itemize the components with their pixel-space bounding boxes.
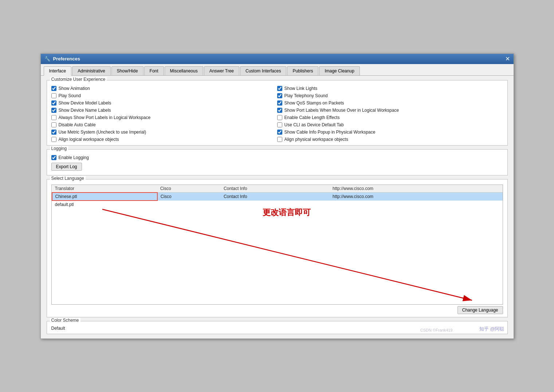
cb-show-link-lights-label: Show Link Lights: [284, 86, 318, 91]
cb-enable-logging-input[interactable]: [51, 155, 56, 160]
title-bar-left: 🔧 Preferences: [44, 56, 80, 62]
tab-answertree[interactable]: Answer Tree: [204, 66, 239, 75]
cb-show-cable-info-input[interactable]: [277, 130, 282, 135]
customize-section: Customize User Experience Show Animation…: [47, 80, 508, 146]
title-bar-title: Preferences: [53, 56, 80, 62]
language-table-wrapper[interactable]: Translator Cisco Contact Info http://www…: [51, 185, 503, 305]
cb-align-logical: Align logical workspace objects: [51, 136, 277, 142]
cb-show-link-lights: Show Link Lights: [277, 86, 503, 91]
language-row-default[interactable]: default.ptl: [52, 201, 503, 208]
cb-enable-logging: Enable Logging: [51, 155, 503, 161]
cb-show-device-name: Show Device Name Labels: [51, 107, 277, 113]
color-scheme-section: Color Scheme Default 知乎 @阿聪 CSDN ©Frank4…: [47, 321, 508, 334]
cb-use-metric: Use Metric System (Uncheck to use Imperi…: [51, 129, 277, 135]
cb-show-link-lights-input[interactable]: [277, 86, 282, 91]
cb-use-cli: Use CLI as Device Default Tab: [277, 122, 503, 128]
cell-chinese-url: http://www.cisco.com: [330, 193, 502, 201]
change-language-button[interactable]: Change Language: [457, 306, 503, 314]
cb-align-logical-label: Align logical workspace objects: [59, 137, 119, 142]
preferences-window: 🔧 Preferences ✕ Interface Administrative…: [40, 54, 514, 339]
cb-show-device-model-input[interactable]: [51, 100, 56, 106]
col-url: http://www.cisco.com: [330, 185, 502, 193]
cell-chinese-translator: Chinese.ptl: [52, 193, 157, 201]
tab-interface[interactable]: Interface: [44, 66, 72, 76]
col-contact: Contact Info: [221, 185, 330, 193]
language-section: Select Language Translator Cisco Contact…: [47, 179, 508, 317]
cb-show-device-name-input[interactable]: [51, 108, 56, 113]
tab-custominterfaces[interactable]: Custom Interfaces: [240, 66, 286, 75]
cb-use-metric-input[interactable]: [51, 130, 56, 135]
cell-chinese-cisco: Cisco: [157, 193, 221, 201]
cell-default-contact: [221, 201, 330, 208]
title-bar: 🔧 Preferences ✕: [41, 54, 514, 64]
cb-enable-cable-length-input[interactable]: [277, 115, 282, 120]
cell-default-url: [330, 201, 502, 208]
cb-show-animation: Show Animation: [51, 86, 277, 91]
cb-show-qos-label: Show QoS Stamps on Packets: [284, 100, 344, 106]
main-content: Customize User Experience Show Animation…: [41, 76, 514, 338]
tab-miscellaneous[interactable]: Miscellaneous: [165, 66, 203, 75]
cb-show-device-model-label: Show Device Model Labels: [59, 100, 111, 106]
cb-play-telephony-label: Play Telephony Sound: [284, 93, 328, 98]
cb-enable-cable-length-label: Enable Cable Length Effects: [284, 115, 340, 120]
cb-disable-auto-cable-label: Disable Auto Cable: [59, 122, 96, 127]
tab-imagecleanup[interactable]: Image Cleanup: [319, 66, 359, 75]
cb-always-show-port: Always Show Port Labels in Logical Works…: [51, 115, 277, 120]
cb-show-cable-info-label: Show Cable Info Popup in Physical Worksp…: [284, 130, 376, 135]
color-scheme-value: Default: [51, 326, 503, 331]
cb-align-physical: Align physical workspace objects: [277, 136, 503, 142]
customize-left-col: Show Animation Play Sound Show Device Mo…: [51, 86, 277, 142]
cell-chinese-contact: Contact Info: [221, 193, 330, 201]
change-language-row: Change Language: [51, 306, 503, 314]
customize-section-title: Customize User Experience: [50, 77, 107, 82]
language-row-chinese[interactable]: Chinese.ptl Cisco Contact Info http://ww…: [52, 193, 503, 201]
cb-always-show-port-input[interactable]: [51, 115, 56, 120]
customize-right-col: Show Link Lights Play Telephony Sound Sh…: [277, 86, 503, 142]
cb-play-telephony: Play Telephony Sound: [277, 93, 503, 99]
tab-showhide[interactable]: Show/Hide: [111, 66, 144, 75]
cb-show-port-labels-mouse-input[interactable]: [277, 108, 282, 113]
export-log-button[interactable]: Export Log: [51, 163, 82, 171]
cb-play-sound-input[interactable]: [51, 93, 56, 98]
cell-default-translator: default.ptl: [52, 201, 157, 208]
cb-align-physical-label: Align physical workspace objects: [284, 137, 348, 142]
cb-play-telephony-input[interactable]: [277, 93, 282, 98]
cb-show-qos-input[interactable]: [277, 100, 282, 106]
cb-enable-logging-label: Enable Logging: [59, 155, 89, 160]
color-scheme-title: Color Scheme: [50, 318, 80, 323]
tab-font[interactable]: Font: [144, 66, 164, 75]
app-icon: 🔧: [44, 56, 50, 62]
cb-show-qos: Show QoS Stamps on Packets: [277, 100, 503, 106]
language-section-title: Select Language: [50, 176, 86, 181]
cell-default-cisco: [157, 201, 221, 208]
cb-play-sound: Play Sound: [51, 93, 277, 99]
cb-disable-auto-cable-input[interactable]: [51, 122, 56, 127]
logging-section-title: Logging: [50, 146, 68, 151]
cb-show-port-labels-mouse: Show Port Labels When Mouse Over in Logi…: [277, 107, 503, 113]
close-button[interactable]: ✕: [505, 56, 510, 62]
cb-enable-cable-length: Enable Cable Length Effects: [277, 115, 503, 120]
tab-administrative[interactable]: Administrative: [72, 66, 110, 75]
col-cisco: Cisco: [157, 185, 221, 193]
cb-align-physical-input[interactable]: [277, 137, 282, 142]
cb-play-sound-label: Play Sound: [59, 93, 81, 98]
cb-use-metric-label: Use Metric System (Uncheck to use Imperi…: [59, 130, 146, 135]
cb-disable-auto-cable: Disable Auto Cable: [51, 122, 277, 128]
cb-always-show-port-label: Always Show Port Labels in Logical Works…: [59, 115, 151, 120]
col-translator: Translator: [52, 185, 157, 193]
cb-show-device-model: Show Device Model Labels: [51, 100, 277, 106]
tab-publishers[interactable]: Publishers: [287, 66, 318, 75]
cb-use-cli-input[interactable]: [277, 122, 282, 127]
cb-show-animation-label: Show Animation: [59, 86, 90, 91]
cb-align-logical-input[interactable]: [51, 137, 56, 142]
cb-show-cable-info: Show Cable Info Popup in Physical Worksp…: [277, 129, 503, 135]
cb-show-device-name-label: Show Device Name Labels: [59, 108, 111, 113]
customize-section-body: Show Animation Play Sound Show Device Mo…: [51, 86, 503, 142]
cb-show-animation-input[interactable]: [51, 86, 56, 91]
language-table: Translator Cisco Contact Info http://www…: [52, 185, 503, 208]
cb-use-cli-label: Use CLI as Device Default Tab: [284, 122, 344, 127]
logging-body: Enable Logging Export Log: [51, 155, 503, 171]
tab-bar: Interface Administrative Show/Hide Font …: [41, 64, 514, 76]
logging-section: Logging Enable Logging Export Log: [47, 149, 508, 175]
language-table-header: Translator Cisco Contact Info http://www…: [52, 185, 503, 193]
